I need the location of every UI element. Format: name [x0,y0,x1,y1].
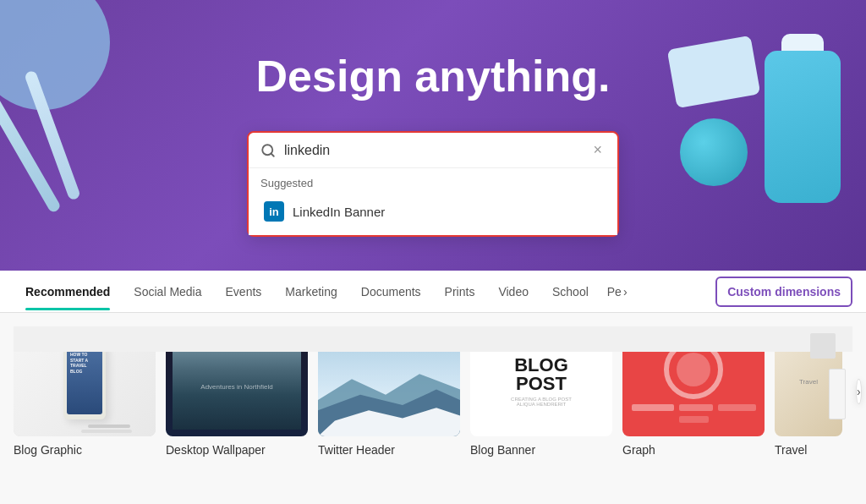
search-box: × Suggested in LinkedIn Banner [247,131,619,237]
card-label-desktop: Desktop Wallpaper [166,443,266,457]
suggested-label: Suggested [260,177,606,189]
search-container: × Suggested in LinkedIn Banner [247,131,619,237]
search-input[interactable] [284,143,589,158]
thumb-blog-banner: BLOGPOST CREATING A BLOG POSTALIQUA HEND… [470,326,612,436]
cards-wrapper: HOW TO START A TRAVEL BLOG Blog Graphic [14,326,852,457]
tab-prints[interactable]: Prints [433,273,487,310]
deco-left [0,0,169,271]
card-label-blog-banner: Blog Banner [470,443,535,457]
tab-recommended[interactable]: Recommended [14,273,122,310]
search-input-row: × [249,133,617,167]
deco-tablet [667,36,761,108]
cards-section: HOW TO START A TRAVEL BLOG Blog Graphic [0,313,866,470]
card-label-blog-graphic: Blog Graphic [14,443,82,457]
search-dropdown: Suggested in LinkedIn Banner [249,167,617,235]
tab-school[interactable]: School [540,273,600,310]
custom-dimensions-button[interactable]: Custom dimensions [715,277,852,307]
deco-plate [0,0,110,110]
clear-search-button[interactable]: × [589,141,606,159]
linkedin-icon: in [264,201,284,222]
hero-title: Design anything. [256,51,611,101]
card-label-graph: Graph [622,443,655,457]
tab-social-media[interactable]: Social Media [122,273,213,310]
next-cards-button[interactable]: › [856,379,862,404]
category-tabs: Recommended Social Media Events Marketin… [0,271,866,313]
card-label-travel: Travel [775,443,807,457]
hero-banner: Design anything. × Suggested in LinkedIn… [0,0,866,271]
tab-marketing[interactable]: Marketing [273,273,348,310]
chevron-right-icon: › [623,285,628,299]
card-thumb-blog-banner: BLOGPOST CREATING A BLOG POSTALIQUA HEND… [470,326,612,436]
deco-ball [680,118,748,186]
tab-events[interactable]: Events [214,273,274,310]
suggestion-linkedin-banner[interactable]: in LinkedIn Banner [260,196,606,227]
card-blog-banner[interactable]: BLOGPOST CREATING A BLOG POSTALIQUA HEND… [470,326,612,457]
tab-documents[interactable]: Documents [349,273,433,310]
card-label-twitter: Twitter Header [318,443,395,457]
search-icon [260,143,276,158]
tab-more[interactable]: Pe › [600,273,634,310]
deco-bottle [765,51,841,203]
tab-video[interactable]: Video [486,273,540,310]
tab-pe-label: Pe [607,285,622,299]
deco-right [646,0,866,271]
svg-line-1 [271,153,273,156]
suggestion-text: LinkedIn Banner [293,205,385,219]
